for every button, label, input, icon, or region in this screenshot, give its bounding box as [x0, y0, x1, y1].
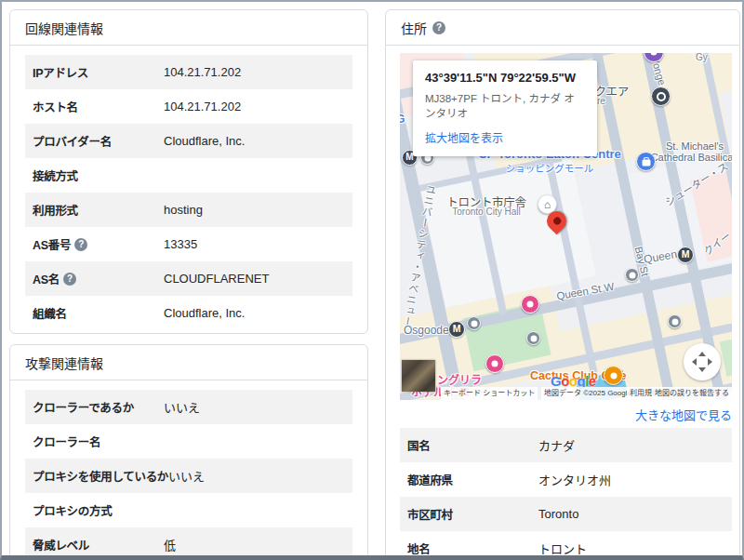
report-map-error-link[interactable]: 地図の誤りを報告する: [652, 387, 732, 400]
row-value: トロント: [538, 540, 587, 557]
map-block: [420, 153, 596, 308]
map-label-city-hall-en[interactable]: Toronto City Hall: [426, 207, 547, 217]
table-row: AS名? CLOUDFLARENET: [25, 261, 352, 296]
attack-info-title: 攻撃関連情報: [25, 353, 103, 372]
table-row: AS番号? 13335: [25, 227, 352, 261]
map-label-osgoode[interactable]: Osgoode: [404, 324, 449, 337]
row-label: クローラー名: [33, 433, 164, 450]
row-label: 都道府県: [407, 471, 538, 488]
table-row: 利用形式 hosting: [25, 193, 352, 227]
row-value: CLOUDFLARENET: [164, 272, 269, 286]
hotel-pin-icon[interactable]: [521, 295, 539, 313]
attack-info-card-header: 攻撃関連情報: [10, 345, 367, 380]
table-row: 組織名 Cloudflare, Inc.: [25, 296, 352, 330]
row-label: 市区町村: [407, 505, 538, 523]
row-value: いいえ: [164, 398, 200, 416]
row-label: クローラーであるか: [33, 398, 164, 416]
row-label: 国名: [407, 436, 538, 454]
transit-stop-icon[interactable]: [668, 314, 682, 328]
table-row: 市区町村 Toronto: [400, 497, 732, 531]
row-value: Cloudflare, Inc.: [164, 306, 245, 320]
row-label: プロキシの方式: [33, 501, 164, 519]
keyboard-shortcuts-link[interactable]: キーボード ショートカット: [441, 387, 538, 400]
row-value: Toronto: [538, 507, 578, 521]
row-label: 利用形式: [33, 201, 164, 219]
address-card-header: 住所 ?: [386, 10, 739, 46]
row-label: 接続方式: [33, 167, 164, 184]
table-row: 国名 カナダ: [400, 428, 732, 462]
row-label: AS番号?: [33, 235, 164, 253]
row-label: ホスト名: [33, 98, 164, 115]
metro-station-icon[interactable]: M: [448, 321, 465, 338]
row-label: プロキシを使用しているか: [33, 467, 168, 485]
line-info-card-header: 回線関連情報: [10, 10, 367, 46]
pan-left-icon[interactable]: [688, 358, 697, 366]
row-label: 組織名: [33, 304, 164, 322]
coordinates-text: 43°39'11.5"N 79°22'59.5"W: [425, 71, 585, 85]
row-value: 低: [164, 536, 176, 553]
row-value: 104.21.71.202: [164, 65, 241, 79]
google-map-embed[interactable]: Little Canada 牛 Gy サンコファ・スクエア Sankofa Sq…: [400, 53, 732, 400]
table-row: 地名 トロント: [400, 531, 732, 560]
table-row: 脅威レベル 低: [25, 527, 352, 560]
help-icon[interactable]: ?: [63, 273, 76, 286]
row-value: hosting: [164, 203, 203, 217]
row-value: カナダ: [538, 436, 575, 454]
view-larger-map-link[interactable]: 大きな地図で見る: [400, 400, 732, 427]
table-row: プロバイダー名 Cloudflare, Inc.: [25, 124, 352, 158]
line-info-card: 回線関連情報 IPアドレス 104.21.71.202 ホスト名 104.21.…: [9, 9, 368, 334]
row-value: いいえ: [168, 467, 205, 485]
hotel-pin-icon[interactable]: [485, 354, 504, 373]
table-row: プロキシの方式: [25, 493, 352, 527]
map-data-attribution: 地図データ ©2025 Google: [541, 387, 634, 400]
help-icon[interactable]: ?: [74, 238, 87, 251]
map-info-card: 43°39'11.5"N 79°22'59.5"W MJ38+7PF トロント,…: [413, 60, 597, 156]
ip-lookup-page: 回線関連情報 IPアドレス 104.21.71.202 ホスト名 104.21.…: [0, 0, 744, 560]
transit-stop-icon[interactable]: [526, 331, 540, 345]
table-row: クローラーであるか いいえ: [25, 390, 352, 424]
row-label: AS名?: [33, 270, 164, 287]
line-info-card-body: IPアドレス 104.21.71.202 ホスト名 104.21.71.202 …: [10, 46, 367, 330]
shopping-pin-icon[interactable]: [636, 152, 656, 171]
plus-code-address: MJ38+7PF トロント, カナダ オンタリオ: [425, 91, 581, 121]
map-label-g-fragment: G: [400, 113, 405, 126]
row-label: IPアドレス: [33, 63, 164, 81]
row-value: 13335: [164, 237, 197, 251]
table-row: 都道府県 オンタリオ州: [400, 462, 732, 497]
row-value: 104.21.71.202: [164, 100, 241, 113]
map-label-gyu-sub[interactable]: Gy: [696, 53, 708, 62]
transit-stop-icon[interactable]: [467, 316, 481, 330]
table-row: IPアドレス 104.21.71.202: [25, 55, 352, 89]
table-row: 接続方式: [25, 158, 352, 193]
restaurant-pin-icon[interactable]: [604, 366, 623, 385]
pan-control[interactable]: [684, 343, 721, 380]
metro-station-icon[interactable]: M: [677, 247, 694, 263]
row-value: オンタリオ州: [538, 471, 611, 488]
pan-up-icon[interactable]: [698, 348, 706, 356]
row-label: 脅威レベル: [33, 536, 164, 553]
line-info-title: 回線関連情報: [25, 19, 103, 37]
subway-entrance-icon[interactable]: [651, 87, 671, 106]
pan-right-icon[interactable]: [708, 358, 716, 366]
transit-stop-icon[interactable]: [625, 268, 639, 282]
help-icon[interactable]: ?: [432, 21, 445, 34]
address-title: 住所: [401, 19, 427, 37]
row-label: 地名: [407, 540, 538, 557]
pan-down-icon[interactable]: [698, 367, 706, 376]
table-row: ホスト名 104.21.71.202: [25, 89, 352, 124]
table-row: クローラー名: [25, 424, 352, 459]
attack-info-card-body: クローラーであるか いいえ クローラー名 プロキシを使用しているか いいえ プロ…: [10, 380, 367, 560]
map-attribution-bar: キーボード ショートカット 地図データ ©2025 Google 利用規約 地図…: [400, 387, 732, 400]
enlarge-map-link[interactable]: 拡大地図を表示: [425, 129, 503, 145]
map-label-st-michaels-1[interactable]: St. Michael's: [653, 140, 732, 152]
table-row: プロキシを使用しているか いいえ: [25, 459, 352, 493]
row-value: Cloudflare, Inc.: [164, 134, 245, 148]
map-label-eaton-sub[interactable]: ショッピングモール: [461, 161, 638, 175]
address-card-body: Little Canada 牛 Gy サンコファ・スクエア Sankofa Sq…: [386, 53, 739, 560]
row-label: プロバイダー名: [33, 132, 164, 150]
address-card: 住所 ?: [385, 9, 740, 560]
attack-info-card: 攻撃関連情報 クローラーであるか いいえ クローラー名 プロキシを使用しているか…: [9, 344, 368, 560]
